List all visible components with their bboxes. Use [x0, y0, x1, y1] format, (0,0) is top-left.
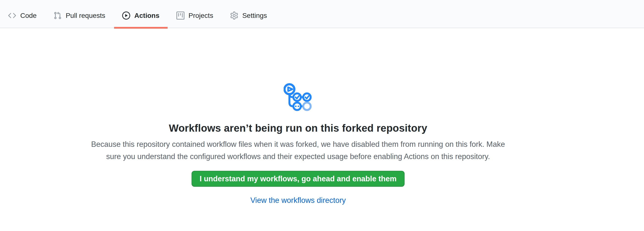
- tab-pull-requests[interactable]: Pull requests: [46, 0, 113, 28]
- code-icon: [8, 12, 16, 20]
- gear-icon: [230, 12, 238, 20]
- tab-actions[interactable]: Actions: [114, 0, 168, 28]
- play-icon: [122, 12, 130, 20]
- actions-disabled-blankslate: Workflows aren’t being run on this forke…: [0, 28, 596, 205]
- tab-label: Projects: [188, 12, 213, 19]
- project-icon: [176, 12, 184, 20]
- tab-settings[interactable]: Settings: [222, 0, 275, 28]
- tab-label: Pull requests: [66, 12, 105, 19]
- tab-label: Code: [20, 12, 37, 19]
- enable-workflows-button[interactable]: I understand my workflows, go ahead and …: [192, 171, 404, 187]
- repo-nav: Code Pull requests Actions Projects Sett…: [0, 0, 596, 28]
- workflow-icon: [284, 83, 312, 111]
- page-title: Workflows aren’t being run on this forke…: [0, 122, 596, 135]
- description-text: Because this repository contained workfl…: [0, 138, 596, 163]
- tab-code[interactable]: Code: [0, 0, 45, 28]
- view-workflows-directory-link[interactable]: View the workflows directory: [250, 195, 346, 205]
- tab-label: Settings: [242, 12, 267, 19]
- tab-label: Actions: [134, 12, 160, 19]
- repo-header: Code Pull requests Actions Projects Sett…: [0, 0, 644, 28]
- git-pull-request-icon: [54, 12, 62, 20]
- tab-projects[interactable]: Projects: [168, 0, 221, 28]
